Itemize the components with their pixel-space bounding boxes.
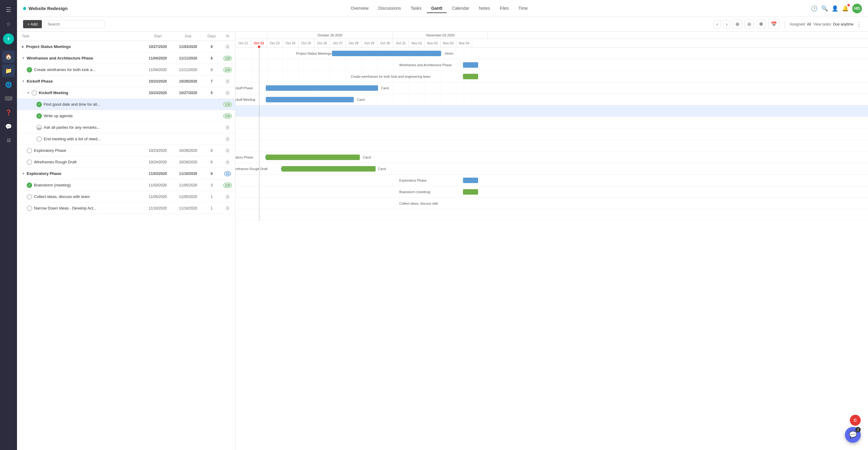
gantt-bar-create-wireframes[interactable]	[463, 74, 478, 79]
calendar-button[interactable]: 📅	[768, 20, 780, 29]
nav-help-icon[interactable]: ❓	[2, 106, 15, 119]
search-input[interactable]	[44, 20, 105, 28]
navigate-forward-button[interactable]: ›	[723, 20, 730, 29]
gantt-bar-brainstorm[interactable]	[463, 189, 478, 195]
more-options-icon[interactable]: ⋮	[856, 21, 862, 28]
gantt-bar-kickoff-phase[interactable]	[266, 85, 378, 91]
task-start: 10/23/2020	[143, 148, 173, 153]
nav-folder-icon[interactable]: 📁	[2, 64, 15, 77]
table-row: Ask all parties for any remarks... 0	[17, 122, 235, 133]
task-name-cell: ✓ Create wireframes for both look a...	[17, 67, 143, 73]
task-days: 6	[203, 148, 220, 153]
gantt-bar-exp-main[interactable]	[463, 178, 478, 183]
task-pct: 0	[220, 125, 235, 130]
task-name-cell: End meeting with a list of need...	[17, 136, 143, 142]
gantt-label-create-wireframes: Create wireframes for both look and engi…	[351, 75, 431, 78]
task-name-cell: Narrow Down Ideas - Develop Act...	[17, 205, 143, 211]
global-add-button[interactable]: +	[3, 33, 14, 44]
star-icon[interactable]: ☆	[4, 18, 13, 30]
task-pct: 33	[220, 172, 235, 176]
add-button[interactable]: + Add	[23, 20, 42, 28]
task-pct: 0	[220, 79, 235, 84]
nav-monitor-icon[interactable]: 🖥	[3, 134, 14, 147]
bell-icon[interactable]: 🔔	[842, 5, 848, 12]
nav-gantt[interactable]: Gantt	[427, 4, 446, 13]
gantt-controls: ‹ › ⊕ ⊖ ✥ 📅 Assigned: All View tasks: Du…	[714, 20, 862, 29]
gantt-row	[236, 209, 868, 221]
task-name-cell: ▼ Kickoff Meeting	[17, 90, 143, 96]
task-status-empty	[27, 194, 32, 199]
expand-icon[interactable]: ▶	[22, 45, 24, 48]
chat-fab-button[interactable]: 💬 2	[845, 427, 861, 443]
user-add-icon[interactable]: 👤	[832, 5, 838, 12]
user-avatar[interactable]: HD	[852, 4, 862, 13]
search-icon[interactable]: 🔍	[821, 5, 828, 12]
table-row: Narrow Down Ideas - Develop Act... 11/10…	[17, 202, 235, 214]
nav-home-icon[interactable]: 🏠	[2, 50, 15, 63]
gantt-label-project-status: Project Status Meetings	[296, 52, 331, 55]
nav-calendar[interactable]: Calendar	[448, 4, 474, 13]
gantt-row: Project Status Meetings Himm	[236, 48, 868, 59]
task-start: 11/03/2020	[143, 183, 173, 187]
task-start: 10/27/2020	[143, 45, 173, 49]
zoom-in-button[interactable]: ⊖	[745, 20, 754, 29]
clock-icon[interactable]: 🕐	[811, 5, 818, 12]
expand-icon[interactable]: ▼	[27, 91, 30, 94]
nav-files[interactable]: Files	[495, 4, 513, 13]
notification-badge	[847, 4, 850, 6]
task-list-header: Task Start Due Days %	[17, 32, 235, 41]
gantt-day-oct30: Oct 30	[377, 39, 393, 47]
task-due: 10/29/2020	[173, 160, 203, 164]
gantt-bar-exp-phase[interactable]	[266, 154, 360, 160]
gantt-bar-wireframes-arch[interactable]	[463, 62, 478, 68]
gantt-header: October 26 2020 November 02 2020 Oct 21 …	[236, 32, 868, 48]
nav-time[interactable]: Time	[514, 4, 532, 13]
view-tasks-value[interactable]: Due anytime	[833, 22, 854, 26]
top-nav: Overview Discussions Tasks Gantt Calenda…	[346, 4, 532, 13]
gantt-row: ckoff Phase Carol	[236, 82, 868, 94]
gantt-row	[236, 140, 868, 151]
task-name: Write up agenda	[44, 114, 72, 118]
assigned-value[interactable]: All	[807, 22, 811, 26]
task-start: 11/04/2020	[143, 56, 173, 60]
zoom-out-button[interactable]: ⊕	[733, 20, 742, 29]
gantt-day-oct21: Oct 21	[236, 39, 251, 47]
task-pct: 0	[220, 206, 235, 210]
gantt-label-collect-left: Collect ideas, discuss with	[399, 202, 438, 205]
expand-icon[interactable]: ▼	[22, 80, 25, 83]
table-row: ▼ Kickoff Meeting 10/23/2020 10/27/2020 …	[17, 87, 235, 99]
top-header: Website Redesign Overview Discussions Ta…	[17, 0, 868, 17]
col-pct-header: %	[220, 34, 235, 38]
menu-icon[interactable]: ☰	[3, 4, 14, 16]
expand-icon[interactable]: ▼	[22, 172, 25, 175]
gantt-row: atory Phase Carol	[236, 151, 868, 163]
nav-notes[interactable]: Notes	[475, 4, 495, 13]
navigate-back-button[interactable]: ‹	[714, 20, 720, 29]
move-button[interactable]: ✥	[756, 20, 766, 29]
task-name-cell: ✓ Write up agenda	[17, 113, 143, 119]
nav-keyboard-icon[interactable]: ⌨	[2, 92, 16, 105]
task-pct: 0	[220, 195, 235, 199]
task-pct: 0	[220, 91, 235, 95]
task-list: Task Start Due Days % ▶ Project Status M…	[17, 32, 236, 450]
gantt-row	[236, 129, 868, 140]
gantt-day-row: Oct 21 Oct 22 Oct 23 Oct 24 Oct 25 Oct 2…	[236, 39, 868, 47]
nav-chat-icon[interactable]: 💬	[2, 120, 15, 133]
gantt-body: Project Status Meetings Himm Wireframes …	[236, 48, 868, 221]
gantt-bar-project-status[interactable]	[332, 51, 441, 56]
task-start: 10/23/2020	[143, 79, 173, 84]
nav-overview[interactable]: Overview	[346, 4, 373, 13]
task-name: Create wireframes for both look a...	[34, 67, 96, 72]
task-pct: 100	[220, 68, 235, 72]
nav-discussions[interactable]: Discussions	[374, 4, 405, 13]
gantt-month-row: October 26 2020 November 02 2020	[236, 32, 868, 39]
task-status-empty	[36, 136, 42, 142]
nav-tasks[interactable]: Tasks	[407, 4, 426, 13]
nav-globe-icon[interactable]: 🌐	[2, 78, 15, 91]
task-name: Wireframes Rough Draft	[34, 160, 76, 164]
task-status-empty	[27, 205, 32, 211]
task-due: 11/10/2020	[173, 172, 203, 176]
gantt-bar-kickoff-meeting[interactable]	[266, 97, 354, 102]
gantt-bar-wireframes-rough[interactable]	[282, 166, 376, 172]
expand-icon[interactable]: ▼	[22, 56, 25, 60]
